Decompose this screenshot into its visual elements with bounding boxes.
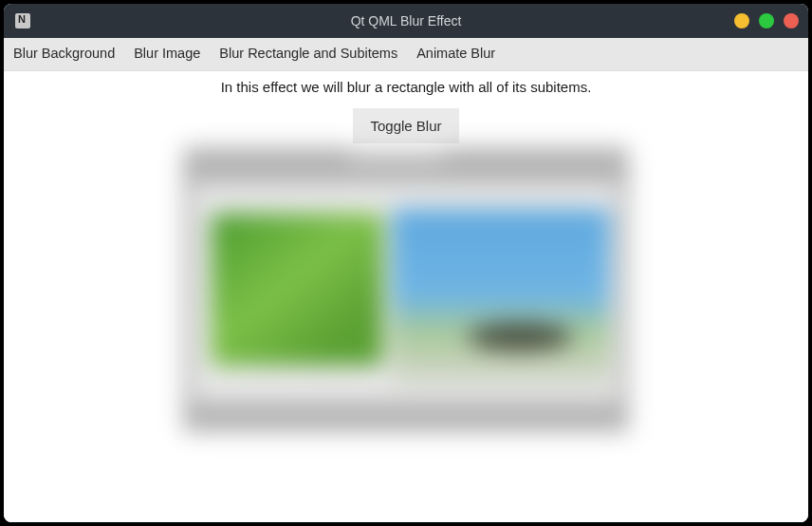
app-icon	[15, 13, 30, 28]
titlebar: Qt QML Blur Effect	[4, 4, 808, 38]
window-controls	[734, 4, 799, 38]
blurred-subitem-object	[468, 323, 572, 351]
tab-blur-background[interactable]: Blur Background	[4, 38, 124, 70]
window-title: Qt QML Blur Effect	[4, 13, 808, 28]
tab-animate-blur[interactable]: Animate Blur	[407, 38, 505, 70]
blurred-subitem-green	[212, 214, 382, 366]
description-text: In this effect we will blur a rectangle …	[221, 79, 592, 95]
minimize-button[interactable]	[734, 13, 749, 28]
maximize-button[interactable]	[759, 13, 774, 28]
tabbar: Blur Background Blur Image Blur Rectangl…	[4, 38, 808, 71]
content-area: In this effect we will blur a rectangle …	[4, 71, 808, 522]
close-button[interactable]	[784, 13, 799, 28]
tab-blur-image[interactable]: Blur Image	[124, 38, 210, 70]
tab-blur-rectangle-subitems[interactable]: Blur Rectangle and Subitems	[210, 38, 407, 70]
application-window: Qt QML Blur Effect Blur Background Blur …	[4, 4, 808, 522]
blurred-subitem-sky	[392, 209, 610, 332]
blurred-rectangle	[183, 147, 629, 432]
blurred-button-edge	[349, 147, 444, 162]
toggle-blur-button[interactable]: Toggle Blur	[353, 108, 458, 143]
